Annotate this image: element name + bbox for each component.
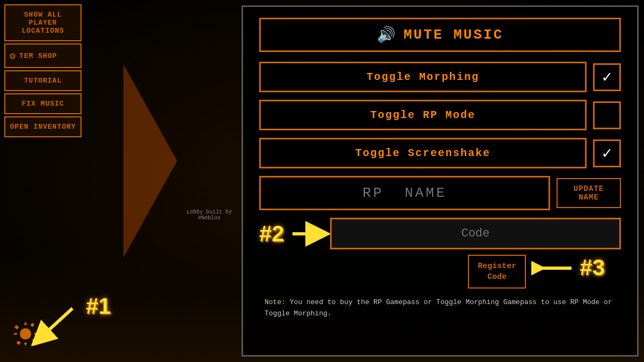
toggle-screenshake-row: Toggle Screenshake	[259, 138, 621, 168]
tutorial-button[interactable]: Tutorial	[4, 70, 82, 91]
toggle-rp-mode-checkbox[interactable]	[593, 101, 621, 129]
show-all-locations-button[interactable]: Show All Player Locations	[4, 4, 82, 41]
note-text: Note: You need to buy the RP Gamepass or…	[259, 297, 621, 320]
speaker-icon: 🔊	[377, 26, 397, 44]
rp-name-input[interactable]	[259, 176, 550, 210]
svg-point-2	[23, 331, 28, 336]
chevron-decoration	[123, 64, 177, 257]
update-name-button[interactable]: UPDATE NAME	[557, 178, 621, 208]
toggle-rp-mode-button[interactable]: Toggle RP Mode	[259, 100, 587, 130]
toggle-screenshake-checkbox[interactable]	[593, 139, 621, 167]
annotation-one: #1	[86, 293, 111, 319]
fix-music-button[interactable]: Fix Music	[4, 93, 82, 114]
register-code-button[interactable]: RegisterCode	[468, 255, 526, 289]
register-code-row: RegisterCode #3	[259, 255, 621, 289]
toggle-rp-mode-row: Toggle RP Mode	[259, 100, 621, 130]
arrow-two	[290, 220, 333, 247]
toggle-morphing-row: Toggle Morphing	[259, 62, 621, 92]
arrow-three	[531, 255, 574, 282]
toggle-screenshake-button[interactable]: Toggle Screenshake	[259, 138, 587, 168]
annotation-two: #2	[259, 221, 284, 247]
code-input[interactable]	[330, 218, 621, 249]
mute-music-button[interactable]: 🔊 MUTE MUSIC	[259, 18, 621, 52]
tem-shop-button[interactable]: ⚙ TEM SHOP	[4, 43, 82, 68]
main-panel: 🔊 MUTE MUSIC Toggle Morphing Toggle RP M…	[241, 5, 639, 357]
rp-name-row: UPDATE NAME	[259, 176, 621, 210]
tem-icon: ⚙	[10, 50, 16, 62]
open-inventory-button[interactable]: OPEN INVENTORY	[4, 116, 82, 137]
code-row: #2	[259, 218, 621, 249]
svg-line-0	[40, 308, 72, 338]
lobby-credit: Lobby built by #Noblus	[187, 209, 232, 221]
annotation-three: #3	[580, 255, 605, 280]
toggle-morphing-button[interactable]: Toggle Morphing	[259, 62, 587, 92]
arrow-one	[30, 303, 83, 346]
toggle-morphing-checkbox[interactable]	[593, 63, 621, 91]
